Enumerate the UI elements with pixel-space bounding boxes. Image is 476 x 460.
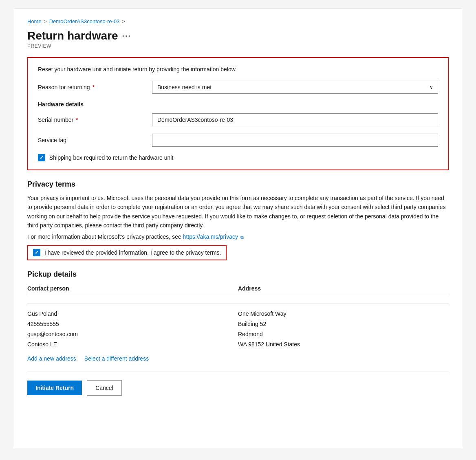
agree-checkbox-row: ✓ I have reviewed the provided informati…	[27, 245, 227, 260]
footer-divider	[27, 372, 449, 372]
privacy-section: Privacy terms Your privacy is important …	[27, 180, 449, 260]
hardware-section: Reset your hardware unit and initiate re…	[27, 57, 449, 170]
service-tag-row: Service tag	[38, 134, 438, 147]
agree-check-mark-icon: ✓	[35, 250, 39, 255]
more-options-button[interactable]: ···	[122, 31, 132, 41]
cancel-button[interactable]: Cancel	[87, 380, 122, 396]
breadcrumb-home[interactable]: Home	[27, 18, 42, 24]
shipping-checkbox-label: Shipping box required to return the hard…	[49, 154, 173, 161]
serial-required: *	[76, 117, 78, 123]
pickup-actions: Add a new address Select a different add…	[27, 355, 449, 362]
external-link-icon: ⧉	[240, 235, 244, 240]
breadcrumb-sep1: >	[44, 19, 47, 24]
address-line1: One Microsoft Way	[238, 309, 449, 319]
reason-required: *	[93, 84, 95, 90]
page-title-row: Return hardware ···	[27, 29, 449, 42]
privacy-link-prefix: For more information about Microsoft's p…	[27, 233, 183, 240]
shipping-checkbox[interactable]: ✓	[38, 154, 45, 161]
contact-company: Contoso LE	[27, 339, 238, 350]
pickup-section: Pickup details Contact person Address Gu…	[27, 270, 449, 362]
page-subtitle: PREVIEW	[27, 43, 449, 49]
breadcrumb-sep2: >	[122, 19, 125, 24]
initiate-return-button[interactable]: Initiate Return	[27, 381, 82, 395]
contact-name: Gus Poland	[27, 309, 238, 319]
contact-email: gusp@contoso.com	[27, 329, 238, 339]
address-line3: Redmond	[238, 329, 449, 339]
hardware-details-title: Hardware details	[38, 101, 438, 108]
pickup-address: One Microsoft Way Building 52 Redmond WA…	[238, 309, 449, 350]
address-line2: Building 52	[238, 319, 449, 329]
serial-number-input[interactable]	[152, 113, 438, 126]
address-line4: WA 98152 United States	[238, 339, 449, 350]
pickup-title: Pickup details	[27, 270, 449, 279]
contact-header: Contact person	[27, 285, 238, 296]
serial-input-wrapper	[152, 113, 438, 126]
page-container: Home > DemoOrderAS3contoso-re-03 > Retur…	[14, 8, 462, 448]
service-tag-input-wrapper	[152, 134, 438, 147]
breadcrumb: Home > DemoOrderAS3contoso-re-03 >	[27, 18, 449, 24]
reason-dropdown[interactable]: Business need is met Defective hardware …	[152, 81, 438, 94]
contact-phone: 4255555555	[27, 319, 238, 329]
service-tag-label: Service tag	[38, 137, 152, 143]
privacy-title: Privacy terms	[27, 180, 449, 189]
add-new-address-button[interactable]: Add a new address	[27, 355, 76, 362]
select-different-address-button[interactable]: Select a different address	[84, 355, 149, 362]
breadcrumb-order[interactable]: DemoOrderAS3contoso-re-03	[49, 18, 120, 24]
service-tag-input[interactable]	[152, 134, 438, 147]
pickup-contact: Gus Poland 4255555555 gusp@contoso.com C…	[27, 309, 238, 350]
reason-label: Reason for returning *	[38, 84, 152, 90]
privacy-text: Your privacy is important to us. Microso…	[27, 194, 449, 230]
agree-checkbox-label: I have reviewed the provided information…	[44, 249, 221, 256]
privacy-link-row: For more information about Microsoft's p…	[27, 233, 449, 240]
address-header: Address	[238, 285, 449, 296]
footer-actions: Initiate Return Cancel	[27, 380, 449, 396]
reason-dropdown-wrapper: Business need is met Defective hardware …	[152, 81, 438, 94]
agree-checkbox[interactable]: ✓	[33, 249, 40, 256]
shipping-checkbox-row: ✓ Shipping box required to return the ha…	[38, 154, 438, 161]
check-mark-icon: ✓	[40, 155, 44, 161]
reason-row: Reason for returning * Business need is …	[38, 81, 438, 94]
privacy-link[interactable]: https://aka.ms/privacy	[183, 233, 238, 240]
hardware-section-desc: Reset your hardware unit and initiate re…	[38, 66, 438, 73]
pickup-headers-row: Contact person Address	[27, 285, 449, 304]
serial-label: Serial number *	[38, 117, 152, 123]
page-title: Return hardware	[27, 29, 118, 42]
pickup-data-row: Gus Poland 4255555555 gusp@contoso.com C…	[27, 309, 449, 350]
serial-number-row: Serial number *	[38, 113, 438, 126]
